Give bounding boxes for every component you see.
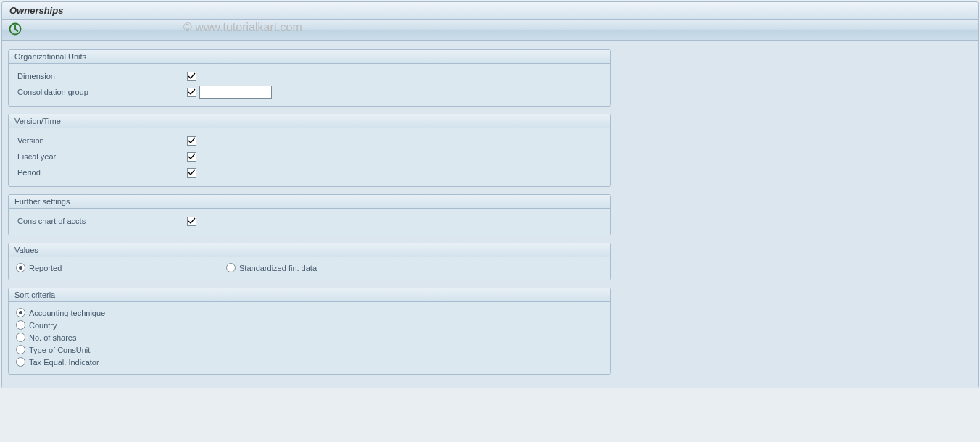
row-period: Period (16, 164, 603, 180)
toolbar: © www.tutorialkart.com (2, 20, 978, 41)
main-frame: Ownerships © www.tutorialkart.com Organi… (1, 1, 979, 388)
radio-row-type-of-consunit: Type of ConsUnit (16, 343, 603, 356)
checkbox-consolidation-group[interactable] (187, 88, 196, 97)
label-reported: Reported (29, 264, 62, 272)
radio-country[interactable] (16, 320, 25, 330)
checkbox-period[interactable] (187, 168, 196, 178)
label-standardized: Standardized fin. data (239, 264, 317, 272)
checkbox-cons-chart[interactable] (187, 217, 196, 226)
radio-no-of-shares[interactable] (16, 333, 25, 342)
label-country: Country (29, 321, 57, 330)
group-body-values: Reported Standardized fin. data (9, 257, 610, 280)
radio-row-country: Country (16, 319, 603, 331)
page-title: Ownerships (9, 5, 63, 16)
checkbox-dimension[interactable] (187, 72, 196, 81)
label-accounting-technique: Accounting technique (29, 309, 105, 317)
label-no-of-shares: No. of shares (29, 333, 76, 342)
label-cons-chart: Cons chart of accts (16, 217, 187, 225)
group-body-further-settings: Cons chart of accts (9, 209, 610, 235)
radio-row-no-of-shares: No. of shares (16, 331, 603, 343)
content-area: Organizational Units Dimension Consolida… (2, 41, 978, 388)
label-tax-equal-indicator: Tax Equal. Indicator (29, 358, 99, 367)
group-version-time: Version/Time Version Fiscal year Period (8, 114, 611, 187)
group-sort-criteria: Sort criteria Accounting technique Count… (8, 288, 611, 375)
radio-reported[interactable] (16, 263, 25, 272)
input-consolidation-group[interactable] (199, 86, 272, 99)
checkbox-fiscal-year[interactable] (187, 152, 196, 162)
group-organizational-units: Organizational Units Dimension Consolida… (8, 49, 611, 107)
row-version: Version (16, 133, 603, 149)
label-fiscal-year: Fiscal year (16, 152, 187, 161)
radio-standardized[interactable] (226, 263, 236, 272)
row-cons-chart: Cons chart of accts (16, 213, 603, 229)
watermark: © www.tutorialkart.com (183, 21, 302, 34)
group-title-values: Values (9, 243, 610, 257)
group-body-sort-criteria: Accounting technique Country No. of shar… (9, 302, 610, 374)
row-fiscal-year: Fiscal year (16, 149, 603, 164)
label-type-of-consunit: Type of ConsUnit (29, 346, 90, 354)
radio-accounting-technique[interactable] (16, 308, 25, 317)
group-title-version-time: Version/Time (9, 114, 610, 128)
group-values: Values Reported Standardized fin. data (8, 243, 611, 280)
group-body-org-units: Dimension Consolidation group (9, 64, 610, 106)
checkbox-version[interactable] (187, 136, 196, 146)
title-bar: Ownerships (2, 2, 978, 20)
group-title-further-settings: Further settings (9, 195, 610, 209)
group-title-org-units: Organizational Units (9, 50, 610, 64)
radio-row-reported: Reported (16, 263, 226, 272)
label-dimension: Dimension (16, 72, 187, 80)
label-period: Period (16, 168, 187, 177)
row-dimension: Dimension (16, 68, 603, 84)
radio-row-tax-equal-indicator: Tax Equal. Indicator (16, 356, 603, 368)
group-further-settings: Further settings Cons chart of accts (8, 194, 611, 235)
row-consolidation-group: Consolidation group (16, 84, 603, 100)
execute-icon[interactable] (8, 22, 22, 36)
radio-row-standardized: Standardized fin. data (226, 263, 317, 272)
radio-type-of-consunit[interactable] (16, 345, 25, 354)
radio-row-accounting-technique: Accounting technique (16, 307, 603, 319)
label-consolidation-group: Consolidation group (16, 88, 187, 96)
group-title-sort-criteria: Sort criteria (9, 288, 610, 302)
group-body-version-time: Version Fiscal year Period (9, 128, 610, 186)
radio-tax-equal-indicator[interactable] (16, 357, 25, 367)
label-version: Version (16, 136, 187, 145)
